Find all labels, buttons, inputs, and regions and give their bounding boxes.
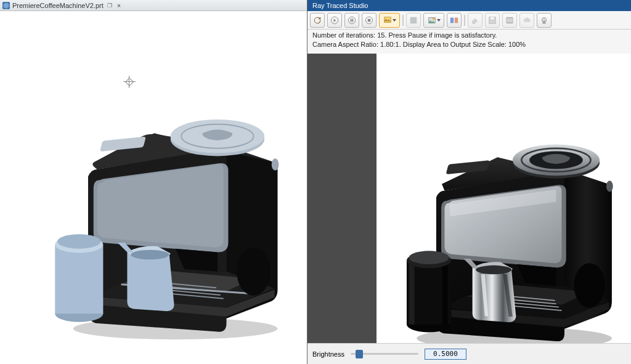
svg-rect-13	[55, 245, 103, 313]
part-file-icon	[2, 2, 10, 9]
svg-rect-28	[455, 17, 458, 23]
svg-point-18	[348, 17, 355, 23]
save-button[interactable]	[485, 13, 500, 28]
model-viewport-panel: PremiereCoffeeMachineV2.prt ❐ ×	[0, 0, 307, 364]
cursor-crosshair-icon	[123, 76, 136, 88]
svg-point-48	[574, 263, 605, 307]
svg-point-16	[131, 250, 169, 260]
svg-point-53	[476, 265, 511, 274]
popout-icon[interactable]: ❐	[107, 2, 112, 9]
svg-rect-30	[491, 17, 494, 19]
svg-rect-33	[507, 22, 513, 23]
brightness-label: Brightness	[312, 350, 344, 358]
erase-button[interactable]	[468, 13, 482, 28]
cloud-render-button[interactable]	[519, 13, 534, 28]
brightness-slider-thumb[interactable]	[356, 350, 363, 358]
render-status-text: Number of iterations: 15. Press Pause if…	[307, 30, 631, 54]
toolbar-separator-2	[464, 15, 465, 26]
aspect-ratio-value: 1.80:1	[380, 41, 399, 48]
svg-point-52	[409, 251, 449, 264]
svg-point-43	[606, 180, 613, 192]
raytrace-toolbar	[307, 11, 631, 30]
toolbar-separator	[402, 15, 404, 26]
pause-button[interactable]	[344, 13, 359, 28]
svg-point-5	[272, 158, 279, 171]
model-viewport[interactable]	[0, 11, 307, 364]
raytrace-title: Ray Traced Studio	[312, 2, 368, 9]
raytrace-panel: Ray Traced Studio	[307, 0, 631, 364]
iterations-value: 15	[377, 31, 385, 39]
stop-button[interactable]	[362, 13, 377, 28]
brightness-slider[interactable]	[351, 353, 418, 355]
svg-point-15	[57, 234, 100, 248]
output-scale-value: 100%	[508, 41, 526, 48]
svg-rect-19	[351, 18, 352, 22]
svg-rect-31	[507, 18, 513, 22]
close-tab-icon[interactable]: ×	[116, 2, 122, 9]
raytrace-titlebar: Ray Traced Studio	[307, 0, 631, 11]
coffee-machine-shaded	[37, 91, 290, 346]
svg-rect-22	[368, 18, 370, 21]
compare-button[interactable]	[447, 13, 462, 28]
svg-rect-24	[410, 17, 417, 23]
svg-rect-36	[542, 22, 545, 23]
svg-point-26	[432, 17, 434, 20]
svg-rect-27	[450, 17, 454, 23]
brightness-bar: Brightness 0.5000	[307, 343, 631, 364]
render-viewport[interactable]	[307, 54, 631, 343]
model-tab-filename[interactable]: PremiereCoffeeMachineV2.prt	[12, 2, 104, 9]
render-mode-dropdown[interactable]	[379, 13, 400, 28]
region-button[interactable]	[406, 13, 421, 28]
export-animation-button[interactable]	[502, 13, 517, 28]
refresh-button[interactable]	[310, 13, 325, 28]
render-output-area	[377, 54, 631, 343]
play-button[interactable]	[327, 13, 342, 28]
global-illumination-button[interactable]	[537, 13, 552, 28]
svg-rect-32	[507, 17, 513, 18]
coffee-machine-rendered	[389, 118, 623, 343]
model-tab-bar: PremiereCoffeeMachineV2.prt ❐ ×	[0, 0, 307, 11]
svg-rect-20	[352, 18, 353, 22]
brightness-value-field[interactable]: 0.5000	[425, 349, 466, 360]
snapshot-dropdown[interactable]	[423, 13, 444, 28]
svg-point-11	[237, 248, 271, 296]
